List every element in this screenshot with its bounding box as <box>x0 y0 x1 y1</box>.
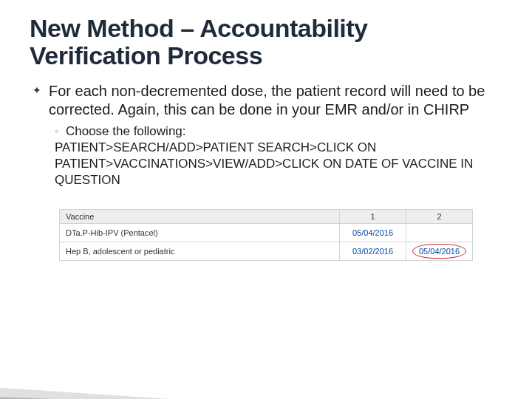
table-row: DTa.P-Hib-IPV (Pentacel) 05/04/2016 <box>60 224 473 242</box>
svg-marker-1 <box>0 395 200 399</box>
bullet-icon: ✦ <box>33 82 41 98</box>
sub-bullet-icon: ◦ <box>55 123 58 138</box>
vaccine-name: Hep B, adolescent or pediatric <box>60 242 340 261</box>
svg-marker-0 <box>0 384 200 399</box>
vaccine-table-container: Vaccine 1 2 DTa.P-Hib-IPV (Pentacel) 05/… <box>59 209 473 261</box>
vaccine-name: DTa.P-Hib-IPV (Pentacel) <box>60 224 340 242</box>
slide-title: New Method – Accountability Verification… <box>30 15 502 70</box>
bullet-item: ✦ For each non-decremented dose, the pat… <box>33 82 502 119</box>
dose-date-link[interactable]: 05/04/2016 <box>340 224 406 242</box>
vaccine-table: Vaccine 1 2 DTa.P-Hib-IPV (Pentacel) 05/… <box>59 209 473 261</box>
vaccine-table-head: Vaccine 1 2 <box>60 210 473 224</box>
sub-bullet-text: Choose the following: <box>66 123 186 140</box>
decorative-accent <box>0 362 200 399</box>
sub-bullet-item: ◦ Choose the following: <box>55 123 502 140</box>
dose-date-link[interactable] <box>406 224 473 242</box>
slide-body: ✦ For each non-decremented dose, the pat… <box>33 82 502 188</box>
dose-date-link[interactable]: 03/02/2016 <box>340 242 406 261</box>
col-header-2: 2 <box>406 210 473 224</box>
bullet-text: For each non-decremented dose, the patie… <box>49 82 502 119</box>
dose-date-link[interactable]: 05/04/2016 <box>406 242 473 261</box>
navigation-path-text: PATIENT>SEARCH/ADD>PATIENT SEARCH>CLICK … <box>55 140 502 188</box>
vaccine-table-body: DTa.P-Hib-IPV (Pentacel) 05/04/2016 Hep … <box>60 224 473 261</box>
table-row: Hep B, adolescent or pediatric 03/02/201… <box>60 242 473 261</box>
slide: New Method – Accountability Verification… <box>0 0 532 399</box>
col-header-1: 1 <box>340 210 406 224</box>
col-header-vaccine: Vaccine <box>60 210 340 224</box>
